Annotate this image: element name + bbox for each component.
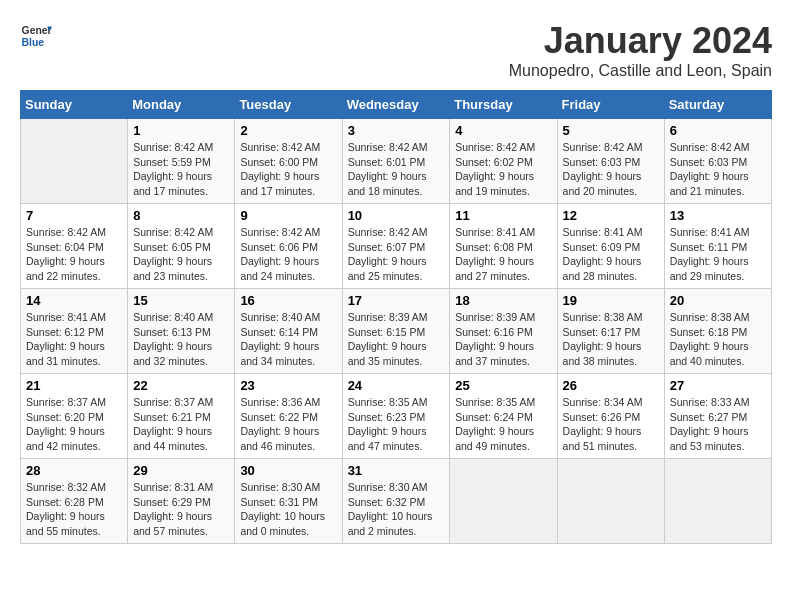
table-row: 24 Sunrise: 8:35 AM Sunset: 6:23 PM Dayl… (342, 374, 450, 459)
daylight-text: Daylight: 9 hours and 23 minutes. (133, 255, 212, 282)
sunrise-text: Sunrise: 8:32 AM (26, 481, 106, 493)
calendar-week-row: 14 Sunrise: 8:41 AM Sunset: 6:12 PM Dayl… (21, 289, 772, 374)
day-info: Sunrise: 8:35 AM Sunset: 6:24 PM Dayligh… (455, 395, 551, 454)
daylight-text: Daylight: 9 hours and 17 minutes. (133, 170, 212, 197)
day-info: Sunrise: 8:41 AM Sunset: 6:08 PM Dayligh… (455, 225, 551, 284)
daylight-text: Daylight: 9 hours and 46 minutes. (240, 425, 319, 452)
day-info: Sunrise: 8:38 AM Sunset: 6:18 PM Dayligh… (670, 310, 766, 369)
header-thursday: Thursday (450, 91, 557, 119)
table-row: 3 Sunrise: 8:42 AM Sunset: 6:01 PM Dayli… (342, 119, 450, 204)
calendar-week-row: 7 Sunrise: 8:42 AM Sunset: 6:04 PM Dayli… (21, 204, 772, 289)
sunrise-text: Sunrise: 8:42 AM (240, 226, 320, 238)
sunrise-text: Sunrise: 8:42 AM (133, 226, 213, 238)
header-friday: Friday (557, 91, 664, 119)
table-row (664, 459, 771, 544)
sunrise-text: Sunrise: 8:39 AM (348, 311, 428, 323)
table-row: 4 Sunrise: 8:42 AM Sunset: 6:02 PM Dayli… (450, 119, 557, 204)
header-saturday: Saturday (664, 91, 771, 119)
table-row: 9 Sunrise: 8:42 AM Sunset: 6:06 PM Dayli… (235, 204, 342, 289)
sunset-text: Sunset: 6:02 PM (455, 156, 533, 168)
calendar-week-row: 21 Sunrise: 8:37 AM Sunset: 6:20 PM Dayl… (21, 374, 772, 459)
sunrise-text: Sunrise: 8:36 AM (240, 396, 320, 408)
day-number: 28 (26, 463, 122, 478)
table-row: 22 Sunrise: 8:37 AM Sunset: 6:21 PM Dayl… (128, 374, 235, 459)
day-number: 1 (133, 123, 229, 138)
sunset-text: Sunset: 6:13 PM (133, 326, 211, 338)
day-number: 13 (670, 208, 766, 223)
daylight-text: Daylight: 9 hours and 29 minutes. (670, 255, 749, 282)
title-area: January 2024 Munopedro, Castille and Leo… (509, 20, 772, 80)
svg-text:General: General (22, 25, 52, 36)
day-info: Sunrise: 8:32 AM Sunset: 6:28 PM Dayligh… (26, 480, 122, 539)
sunset-text: Sunset: 6:22 PM (240, 411, 318, 423)
day-number: 29 (133, 463, 229, 478)
table-row: 13 Sunrise: 8:41 AM Sunset: 6:11 PM Dayl… (664, 204, 771, 289)
sunset-text: Sunset: 6:17 PM (563, 326, 641, 338)
day-info: Sunrise: 8:34 AM Sunset: 6:26 PM Dayligh… (563, 395, 659, 454)
logo-icon: General Blue (20, 20, 52, 52)
day-number: 9 (240, 208, 336, 223)
daylight-text: Daylight: 9 hours and 35 minutes. (348, 340, 427, 367)
sunrise-text: Sunrise: 8:42 AM (240, 141, 320, 153)
table-row: 27 Sunrise: 8:33 AM Sunset: 6:27 PM Dayl… (664, 374, 771, 459)
day-info: Sunrise: 8:35 AM Sunset: 6:23 PM Dayligh… (348, 395, 445, 454)
daylight-text: Daylight: 9 hours and 28 minutes. (563, 255, 642, 282)
daylight-text: Daylight: 9 hours and 49 minutes. (455, 425, 534, 452)
sunset-text: Sunset: 6:16 PM (455, 326, 533, 338)
day-info: Sunrise: 8:30 AM Sunset: 6:32 PM Dayligh… (348, 480, 445, 539)
sunrise-text: Sunrise: 8:41 AM (455, 226, 535, 238)
day-number: 27 (670, 378, 766, 393)
day-number: 10 (348, 208, 445, 223)
sunset-text: Sunset: 6:26 PM (563, 411, 641, 423)
sunset-text: Sunset: 6:32 PM (348, 496, 426, 508)
daylight-text: Daylight: 9 hours and 19 minutes. (455, 170, 534, 197)
daylight-text: Daylight: 9 hours and 53 minutes. (670, 425, 749, 452)
calendar-title: January 2024 (509, 20, 772, 62)
sunset-text: Sunset: 6:09 PM (563, 241, 641, 253)
day-info: Sunrise: 8:40 AM Sunset: 6:13 PM Dayligh… (133, 310, 229, 369)
table-row: 2 Sunrise: 8:42 AM Sunset: 6:00 PM Dayli… (235, 119, 342, 204)
day-info: Sunrise: 8:30 AM Sunset: 6:31 PM Dayligh… (240, 480, 336, 539)
calendar-week-row: 1 Sunrise: 8:42 AM Sunset: 5:59 PM Dayli… (21, 119, 772, 204)
sunset-text: Sunset: 6:31 PM (240, 496, 318, 508)
table-row: 7 Sunrise: 8:42 AM Sunset: 6:04 PM Dayli… (21, 204, 128, 289)
sunset-text: Sunset: 6:21 PM (133, 411, 211, 423)
day-info: Sunrise: 8:41 AM Sunset: 6:09 PM Dayligh… (563, 225, 659, 284)
sunset-text: Sunset: 6:05 PM (133, 241, 211, 253)
table-row: 31 Sunrise: 8:30 AM Sunset: 6:32 PM Dayl… (342, 459, 450, 544)
day-info: Sunrise: 8:38 AM Sunset: 6:17 PM Dayligh… (563, 310, 659, 369)
header-sunday: Sunday (21, 91, 128, 119)
day-number: 6 (670, 123, 766, 138)
table-row: 28 Sunrise: 8:32 AM Sunset: 6:28 PM Dayl… (21, 459, 128, 544)
day-info: Sunrise: 8:40 AM Sunset: 6:14 PM Dayligh… (240, 310, 336, 369)
sunrise-text: Sunrise: 8:37 AM (133, 396, 213, 408)
sunrise-text: Sunrise: 8:31 AM (133, 481, 213, 493)
header-tuesday: Tuesday (235, 91, 342, 119)
sunrise-text: Sunrise: 8:30 AM (348, 481, 428, 493)
table-row: 18 Sunrise: 8:39 AM Sunset: 6:16 PM Dayl… (450, 289, 557, 374)
day-info: Sunrise: 8:42 AM Sunset: 6:00 PM Dayligh… (240, 140, 336, 199)
day-number: 24 (348, 378, 445, 393)
day-info: Sunrise: 8:36 AM Sunset: 6:22 PM Dayligh… (240, 395, 336, 454)
sunrise-text: Sunrise: 8:42 AM (455, 141, 535, 153)
day-info: Sunrise: 8:42 AM Sunset: 6:07 PM Dayligh… (348, 225, 445, 284)
day-number: 30 (240, 463, 336, 478)
day-info: Sunrise: 8:41 AM Sunset: 6:12 PM Dayligh… (26, 310, 122, 369)
daylight-text: Daylight: 9 hours and 42 minutes. (26, 425, 105, 452)
weekday-header-row: Sunday Monday Tuesday Wednesday Thursday… (21, 91, 772, 119)
daylight-text: Daylight: 9 hours and 25 minutes. (348, 255, 427, 282)
table-row: 29 Sunrise: 8:31 AM Sunset: 6:29 PM Dayl… (128, 459, 235, 544)
daylight-text: Daylight: 9 hours and 40 minutes. (670, 340, 749, 367)
calendar-week-row: 28 Sunrise: 8:32 AM Sunset: 6:28 PM Dayl… (21, 459, 772, 544)
daylight-text: Daylight: 9 hours and 27 minutes. (455, 255, 534, 282)
sunset-text: Sunset: 6:04 PM (26, 241, 104, 253)
daylight-text: Daylight: 9 hours and 34 minutes. (240, 340, 319, 367)
day-number: 16 (240, 293, 336, 308)
sunrise-text: Sunrise: 8:42 AM (133, 141, 213, 153)
sunrise-text: Sunrise: 8:42 AM (563, 141, 643, 153)
sunrise-text: Sunrise: 8:35 AM (348, 396, 428, 408)
sunset-text: Sunset: 6:12 PM (26, 326, 104, 338)
sunrise-text: Sunrise: 8:40 AM (133, 311, 213, 323)
day-info: Sunrise: 8:42 AM Sunset: 6:05 PM Dayligh… (133, 225, 229, 284)
table-row: 12 Sunrise: 8:41 AM Sunset: 6:09 PM Dayl… (557, 204, 664, 289)
